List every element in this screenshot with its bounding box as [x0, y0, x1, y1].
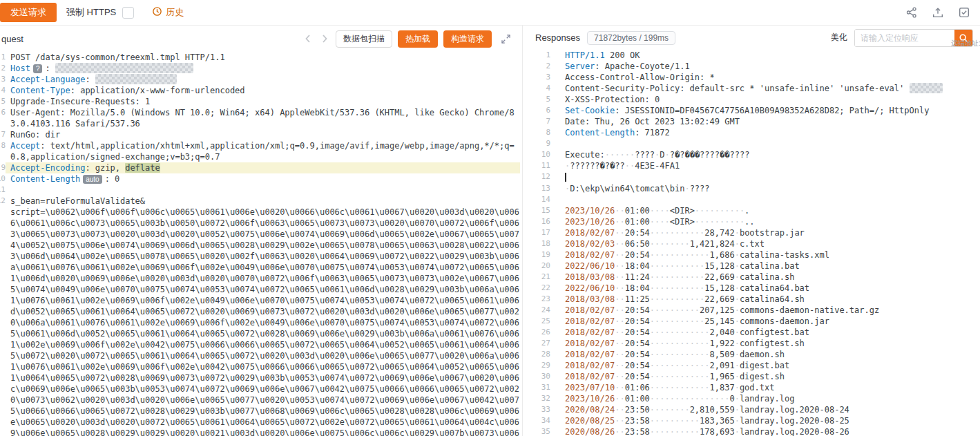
code-token: c.txt — [740, 239, 765, 249]
line-number: 24 — [526, 305, 560, 316]
code-token: 0 — [729, 394, 734, 404]
code-token: : — [45, 64, 55, 73]
code-line[interactable]: 11·??????�?�??··4E3E-4FA1 — [526, 160, 980, 171]
code-content: HTTP/1.1 200 OK — [560, 50, 980, 61]
line-number: 21 — [526, 272, 560, 283]
code-line[interactable]: 5X-XSS-Protection: 0 — [526, 94, 980, 105]
history-button[interactable]: 历史 — [152, 6, 184, 19]
code-token: : — [85, 75, 95, 84]
code-line[interactable]: 242018/02/07··20:54··········207,125·com… — [526, 305, 980, 316]
code-line[interactable]: 342020/08/25··23:58··········183,365·lan… — [526, 415, 980, 426]
code-line[interactable]: 6User-Agent: Mozilla/5.0 (Windows NT 10.… — [0, 107, 520, 129]
code-line[interactable]: 332020/08/24··23:50········2,810,559·lan… — [526, 404, 980, 415]
code-line[interactable]: 14 — [526, 194, 980, 205]
code-line[interactable]: 292018/02/07··20:54············2,091·dig… — [526, 360, 980, 371]
code-token: 20:54 — [625, 228, 650, 238]
code-line[interactable]: 9 — [526, 138, 980, 149]
code-line[interactable]: 312023/07/10··01:06············1,837·god… — [526, 382, 980, 393]
code-line[interactable]: 13·D:\ekp\win64\tomcat\bin·???? — [526, 183, 980, 194]
code-line[interactable]: 10Execute:······????·D·?�?���????��???? — [526, 149, 980, 160]
code-token: Accept — [10, 141, 40, 151]
request-editor[interactable]: 1POST /data/sys-common/treexml.tmpl HTTP… — [0, 52, 520, 436]
code-line[interactable]: 4Content-Type: application/x-www-form-ur… — [0, 85, 520, 96]
code-line[interactable]: 4Content-Security-Policy: default-src * … — [526, 83, 980, 94]
code-token: ············ — [650, 339, 710, 348]
line-number: 12 — [0, 196, 6, 436]
code-line[interactable]: 302018/02/07··20:54············1,965·dig… — [526, 371, 980, 382]
clock-icon — [152, 6, 162, 19]
code-token: : application/x-www-form-urlencoded — [70, 86, 245, 95]
edit-check-icon[interactable] — [958, 6, 970, 19]
code-token: 23:58 — [625, 416, 650, 426]
code-line[interactable]: 212018/03/08··11:24···········22,669·cat… — [526, 272, 980, 283]
force-https-checkbox[interactable] — [122, 7, 134, 19]
code-line[interactable]: 222022/06/10··18:04···········15,128·cat… — [526, 283, 980, 294]
code-token: 2023/07/10 — [565, 383, 615, 392]
code-token: ·· — [615, 294, 624, 304]
line-number: 15 — [526, 205, 560, 216]
code-line[interactable]: 1HTTP/1.1 200 OK — [526, 50, 980, 61]
code-token: : gzip, — [85, 163, 125, 173]
code-line[interactable]: 9Accept-Encoding: gzip, deflate — [0, 162, 520, 173]
code-line[interactable]: 12s_bean=ruleFormulaValidate&script=\u00… — [0, 196, 520, 436]
code-line[interactable]: 162023/10/26··01:00····<DIR>··········.. — [526, 216, 980, 227]
code-line[interactable]: 8Accept: text/html,application/xhtml+xml… — [0, 140, 520, 162]
code-line[interactable]: 2Server: Apache-Coyote/1.1 — [526, 61, 980, 72]
expand-icon[interactable] — [500, 33, 512, 45]
response-search-input[interactable] — [855, 30, 954, 46]
text-cursor — [565, 173, 566, 182]
code-content: 2018/02/07··20:54············1,686·catal… — [560, 249, 980, 260]
code-line[interactable]: 152023/10/26··01:00····<DIR>··········. — [526, 205, 980, 216]
chevron-left-icon[interactable] — [302, 33, 314, 44]
code-line[interactable]: 7RunGo: dir — [0, 129, 520, 140]
send-request-button[interactable]: 发送请求 — [0, 3, 57, 22]
code-line[interactable]: 3Access-Control-Allow-Origin: * — [526, 72, 980, 83]
beautify-button[interactable]: 美化 — [831, 32, 847, 44]
build-request-button[interactable]: 构造请求 — [443, 30, 492, 48]
code-token: 23:50 — [625, 405, 650, 415]
code-line[interactable]: 6Set-Cookie: JSESSIONID=DF04567C47756A10… — [526, 105, 980, 116]
code-line[interactable]: 5Upgrade-Insecure-Requests: 1 — [0, 96, 520, 107]
line-number: 11 — [0, 184, 6, 196]
code-token: ········ — [650, 239, 690, 249]
code-token: 2023/10/26 — [565, 217, 615, 227]
line-number: 4 — [0, 85, 6, 96]
panel-divider[interactable] — [522, 26, 523, 436]
share-icon[interactable] — [905, 6, 918, 19]
code-line[interactable]: 182018/02/03··06:50········1,421,824·c.t… — [526, 238, 980, 249]
code-line[interactable]: 272018/02/07··20:54············1,922·con… — [526, 338, 980, 349]
code-token: bootstrap.jar — [740, 228, 805, 238]
code-token: 2020/08/24 — [565, 405, 615, 415]
upload-icon[interactable] — [932, 6, 944, 19]
code-line[interactable]: 282018/02/07··20:54············8,509·dae… — [526, 349, 980, 360]
code-line[interactable]: 1POST /data/sys-common/treexml.tmpl HTTP… — [0, 52, 520, 63]
code-line[interactable]: 11 — [0, 184, 520, 196]
code-line[interactable]: 192018/02/07··20:54············1,686·cat… — [526, 249, 980, 260]
code-token: 2018/02/07 — [565, 305, 615, 315]
code-line[interactable]: 2Host?: — [0, 63, 520, 74]
hot-reload-button[interactable]: 热加载 — [398, 30, 438, 48]
code-line[interactable]: 8Content-Length: 71872 — [526, 127, 980, 138]
response-editor[interactable]: 1HTTP/1.1 200 OK2Server: Apache-Coyote/1… — [526, 50, 980, 436]
code-line[interactable]: 10Content-Lengthauto: 0 — [0, 173, 520, 184]
chevron-right-icon[interactable] — [319, 33, 330, 44]
code-token: Accept-Language — [10, 75, 85, 84]
code-token: · — [735, 250, 740, 260]
code-token: 2018/02/03 — [565, 239, 615, 249]
code-line[interactable]: 12 — [526, 171, 980, 183]
toolbar-icons — [905, 6, 970, 19]
code-line[interactable]: 3Accept-Language: — [0, 74, 520, 85]
code-line[interactable]: 262018/02/07··20:54············2,040·con… — [526, 327, 980, 338]
line-number: 27 — [526, 338, 560, 349]
code-line[interactable]: 322023/10/26··01:00················0·lan… — [526, 393, 980, 404]
line-number: 8 — [0, 140, 6, 162]
packet-scan-button[interactable]: 数据包扫描 — [336, 30, 392, 48]
code-line[interactable]: 232018/03/08··11:25···········22,669·cat… — [526, 294, 980, 305]
code-line[interactable]: 7Date: Thu, 26 Oct 2023 13:02:49 GMT — [526, 116, 980, 127]
code-line[interactable]: 172018/02/07··20:54···········28,742·boo… — [526, 227, 980, 238]
code-content: ·D:\ekp\win64\tomcat\bin·???? — [560, 183, 980, 194]
line-number: 31 — [526, 382, 560, 393]
code-line[interactable]: 252018/02/07··20:54···········25,145·com… — [526, 316, 980, 327]
code-line[interactable]: 202022/06/10··18:04···········15,128·cat… — [526, 260, 980, 272]
code-line[interactable]: 352020/08/26··23:58··········178,693·lan… — [526, 426, 980, 436]
